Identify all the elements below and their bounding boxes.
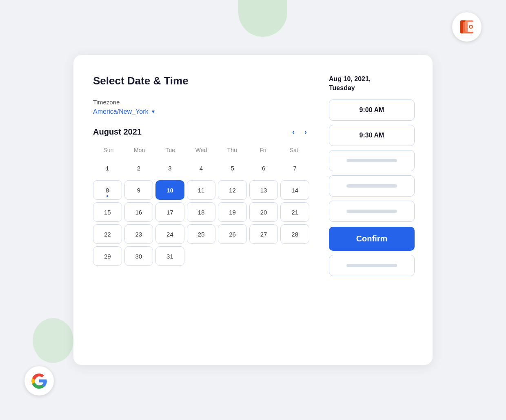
left-panel: Select Date & Time Timezone America/New_… [93,75,309,345]
blob-left-decoration [33,318,73,363]
day-cell[interactable]: 3 [155,158,184,178]
day-cell[interactable]: 17 [155,202,184,222]
main-card: Select Date & Time Timezone America/New_… [73,55,433,365]
time-slot-5 [329,201,415,222]
day-cell[interactable]: 5 [218,158,247,178]
day-cell[interactable]: 14 [280,180,309,200]
month-year-label: August 2021 [93,127,142,137]
time-slots-list: 9:00 AM 9:30 AM [329,99,415,222]
day-cell[interactable]: 6 [249,158,278,178]
day-cell[interactable]: 4 [187,158,216,178]
chevron-down-icon: ▼ [151,109,155,115]
day-headers: Sun Mon Tue Wed Thu Fri Sat [93,145,309,155]
day-header-tue: Tue [155,145,186,155]
day-cell[interactable]: 29 [93,246,122,266]
day-header-mon: Mon [124,145,155,155]
selected-date-display: Aug 10, 2021,Tuesday [329,75,415,93]
time-slot-4 [329,175,415,197]
day-header-thu: Thu [217,145,248,155]
day-cell[interactable]: 26 [218,224,247,244]
day-cell[interactable]: 13 [249,180,278,200]
day-header-sat: Sat [278,145,309,155]
day-cell[interactable]: 25 [187,224,216,244]
day-cell[interactable]: 24 [155,224,184,244]
day-cell[interactable]: 11 [187,180,216,200]
day-cell[interactable]: 9 [124,180,153,200]
day-cell[interactable]: 18 [187,202,216,222]
day-cell-empty [187,246,216,266]
day-cell-empty [218,246,247,266]
day-cell[interactable]: 22 [93,224,122,244]
prev-month-button[interactable]: ‹ [290,127,297,137]
day-cell[interactable]: 7 [280,158,309,178]
day-cell[interactable]: 8 [93,180,122,200]
calendar-nav: ‹ › [290,127,309,137]
day-cell[interactable]: 27 [249,224,278,244]
day-cell[interactable]: 31 [155,246,184,266]
right-panel: Aug 10, 2021,Tuesday 9:00 AM 9:30 AM Con… [329,75,415,345]
confirm-button[interactable]: Confirm [329,227,415,251]
day-cell-empty [249,246,278,266]
calendar-days: 1234567891011121314151617181920212223242… [93,158,309,266]
day-cell[interactable]: 21 [280,202,309,222]
day-header-wed: Wed [186,145,217,155]
google-app-icon[interactable] [24,366,54,396]
day-cell[interactable]: 19 [218,202,247,222]
blob-top-decoration [238,0,287,37]
next-month-button[interactable]: › [302,127,309,137]
day-header-sun: Sun [93,145,124,155]
calendar-grid: Sun Mon Tue Wed Thu Fri Sat 123456789101… [93,145,309,266]
time-slot-after-confirm [329,255,415,276]
day-cell[interactable]: 30 [124,246,153,266]
day-cell[interactable]: 10 [155,180,184,200]
time-slot-1[interactable]: 9:00 AM [329,99,415,121]
day-cell[interactable]: 2 [124,158,153,178]
svg-text:O: O [469,24,473,30]
calendar-header: August 2021 ‹ › [93,127,309,137]
day-header-fri: Fri [248,145,279,155]
timezone-selector[interactable]: America/New_York ▼ [93,108,309,115]
page-title: Select Date & Time [93,75,309,87]
day-cell[interactable]: 28 [280,224,309,244]
timezone-label: Timezone [93,99,309,106]
microsoft-app-icon[interactable]: O [452,12,482,42]
day-cell[interactable]: 20 [249,202,278,222]
time-slot-3 [329,150,415,171]
day-cell-empty [280,246,309,266]
day-cell[interactable]: 16 [124,202,153,222]
day-cell[interactable]: 15 [93,202,122,222]
day-cell[interactable]: 23 [124,224,153,244]
timezone-value: America/New_York [93,108,148,115]
time-slot-2[interactable]: 9:30 AM [329,125,415,146]
day-cell[interactable]: 12 [218,180,247,200]
day-cell[interactable]: 1 [93,158,122,178]
